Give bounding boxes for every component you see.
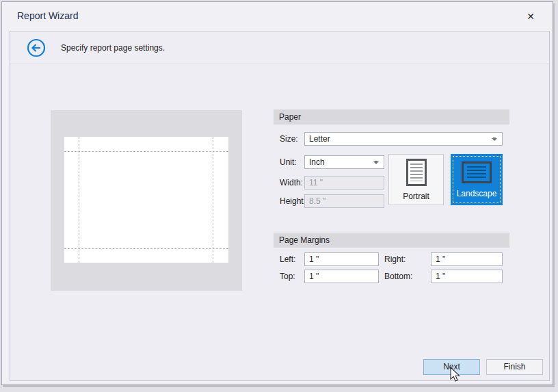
margin-top-label: Top: <box>280 270 295 283</box>
margin-line-right <box>213 137 213 263</box>
unit-label: Unit: <box>280 155 297 169</box>
close-icon[interactable]: ✕ <box>524 10 537 23</box>
margin-line-bottom <box>64 248 228 249</box>
paper-section-header: Paper <box>274 109 509 125</box>
page-preview <box>51 110 242 291</box>
wizard-header: Specify report page settings. <box>10 31 549 64</box>
margin-bottom-input[interactable] <box>431 270 503 283</box>
size-dropdown[interactable]: Letter <box>304 132 503 146</box>
margin-bottom-label: Bottom: <box>384 270 412 283</box>
wizard-page-panel: Specify report page settings. Paper Size… <box>10 31 550 381</box>
landscape-label: Landscape <box>457 189 497 198</box>
back-button[interactable] <box>27 38 46 57</box>
finish-button[interactable]: Finish <box>486 359 543 375</box>
margin-top-input[interactable] <box>304 270 379 283</box>
margin-right-label: Right: <box>384 252 406 266</box>
margin-line-left <box>79 137 79 263</box>
chevron-down-icon <box>492 138 497 141</box>
landscape-page-icon <box>462 161 492 183</box>
height-field <box>304 194 384 208</box>
height-label: Height: <box>280 194 306 208</box>
title-bar: Report Wizard ✕ <box>2 2 553 31</box>
report-wizard-dialog: Report Wizard ✕ Specify report page sett… <box>1 1 553 385</box>
margin-line-top <box>64 151 228 152</box>
chevron-down-icon <box>373 161 379 164</box>
size-value: Letter <box>309 134 330 144</box>
unit-dropdown[interactable]: Inch <box>304 155 384 169</box>
size-label: Size: <box>280 132 298 146</box>
margin-left-input[interactable] <box>304 252 379 266</box>
portrait-button[interactable]: Portrait <box>388 154 444 205</box>
next-button[interactable]: Next <box>423 359 480 375</box>
width-label: Width: <box>280 176 303 190</box>
margin-right-input[interactable] <box>431 252 503 266</box>
wizard-instruction: Specify report page settings. <box>61 43 165 53</box>
window-title: Report Wizard <box>17 10 78 21</box>
page-preview-sheet <box>64 137 228 263</box>
portrait-label: Portrait <box>403 192 429 201</box>
back-arrow-icon <box>27 38 46 57</box>
unit-value: Inch <box>309 157 325 167</box>
portrait-page-icon <box>406 159 427 186</box>
margin-left-label: Left: <box>280 252 295 266</box>
margins-section-header: Page Margins <box>274 233 509 248</box>
landscape-button-selected[interactable]: Landscape <box>451 154 503 205</box>
width-field <box>304 176 384 190</box>
